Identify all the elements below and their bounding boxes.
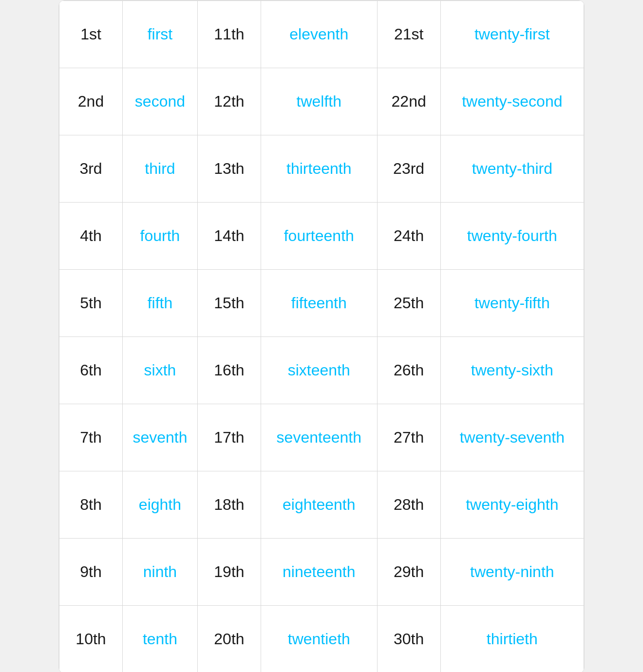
word-cell-6-5: twenty-seventh <box>440 404 584 471</box>
word-cell-3-1: fourth <box>123 203 198 270</box>
word-cell-5-5: twenty-sixth <box>440 337 584 404</box>
number-cell-7-0: 8th <box>59 471 123 539</box>
number-cell-3-4: 24th <box>377 203 440 270</box>
number-cell-8-0: 9th <box>59 539 123 606</box>
number-cell-6-4: 27th <box>377 404 440 471</box>
word-cell-7-1: eighth <box>123 471 198 539</box>
number-cell-4-4: 25th <box>377 270 440 337</box>
word-cell-5-3: sixteenth <box>261 337 377 404</box>
word-cell-4-3: fifteenth <box>261 270 377 337</box>
number-cell-6-0: 7th <box>59 404 123 471</box>
number-cell-8-2: 19th <box>197 539 261 606</box>
word-cell-9-5: thirtieth <box>440 606 584 672</box>
number-cell-4-0: 5th <box>59 270 123 337</box>
word-cell-1-3: twelfth <box>261 68 377 135</box>
number-cell-1-0: 2nd <box>59 68 123 135</box>
word-cell-7-3: eighteenth <box>261 471 377 539</box>
number-cell-4-2: 15th <box>197 270 261 337</box>
number-cell-9-0: 10th <box>59 606 123 672</box>
number-cell-2-4: 23rd <box>377 135 440 203</box>
number-cell-1-4: 22nd <box>377 68 440 135</box>
word-cell-5-1: sixth <box>123 337 198 404</box>
word-cell-0-3: eleventh <box>261 1 377 68</box>
word-cell-8-1: ninth <box>123 539 198 606</box>
number-cell-5-0: 6th <box>59 337 123 404</box>
word-cell-1-5: twenty-second <box>440 68 584 135</box>
word-cell-0-1: first <box>123 1 198 68</box>
number-cell-0-2: 11th <box>197 1 261 68</box>
number-cell-2-2: 13th <box>197 135 261 203</box>
ordinals-table: 1stfirst11theleventh21sttwenty-first2nds… <box>58 0 585 672</box>
number-cell-8-4: 29th <box>377 539 440 606</box>
number-cell-0-4: 21st <box>377 1 440 68</box>
word-cell-6-3: seventeenth <box>261 404 377 471</box>
word-cell-9-3: twentieth <box>261 606 377 672</box>
number-cell-6-2: 17th <box>197 404 261 471</box>
word-cell-7-5: twenty-eighth <box>440 471 584 539</box>
word-cell-4-1: fifth <box>123 270 198 337</box>
number-cell-0-0: 1st <box>59 1 123 68</box>
word-cell-1-1: second <box>123 68 198 135</box>
number-cell-5-2: 16th <box>197 337 261 404</box>
number-cell-9-4: 30th <box>377 606 440 672</box>
number-cell-5-4: 26th <box>377 337 440 404</box>
number-cell-1-2: 12th <box>197 68 261 135</box>
number-cell-9-2: 20th <box>197 606 261 672</box>
word-cell-0-5: twenty-first <box>440 1 584 68</box>
number-cell-7-4: 28th <box>377 471 440 539</box>
word-cell-2-3: thirteenth <box>261 135 377 203</box>
word-cell-6-1: seventh <box>123 404 198 471</box>
word-cell-8-5: twenty-ninth <box>440 539 584 606</box>
word-cell-9-1: tenth <box>123 606 198 672</box>
number-cell-2-0: 3rd <box>59 135 123 203</box>
word-cell-2-5: twenty-third <box>440 135 584 203</box>
word-cell-3-5: twenty-fourth <box>440 203 584 270</box>
word-cell-3-3: fourteenth <box>261 203 377 270</box>
word-cell-4-5: twenty-fifth <box>440 270 584 337</box>
word-cell-8-3: nineteenth <box>261 539 377 606</box>
number-cell-7-2: 18th <box>197 471 261 539</box>
word-cell-2-1: third <box>123 135 198 203</box>
number-cell-3-2: 14th <box>197 203 261 270</box>
number-cell-3-0: 4th <box>59 203 123 270</box>
